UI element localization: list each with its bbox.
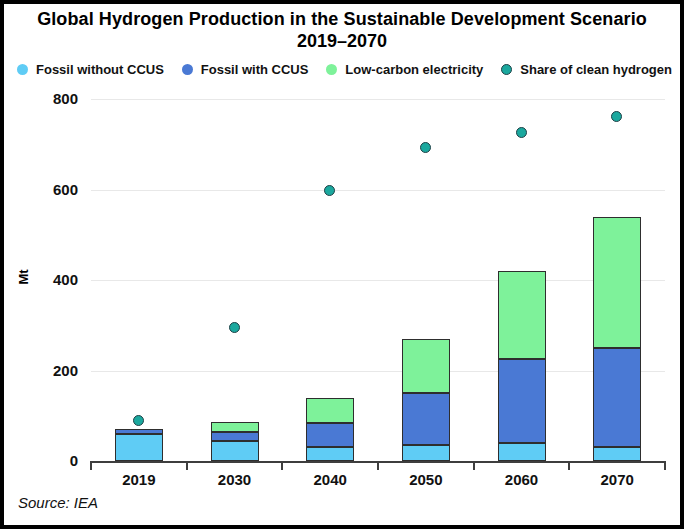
bar-legend-marker-icon [182, 64, 193, 75]
x-axis-tick [281, 461, 283, 470]
legend-label: Fossil without CCUS [36, 62, 164, 77]
x-axis: 201920302040205020602070 [91, 471, 665, 491]
bar-segment [306, 423, 354, 448]
x-axis-tick [473, 461, 475, 470]
legend-item: Fossil with CCUS [182, 62, 309, 77]
legend: Fossil without CCUSFossil with CCUSLow-c… [17, 61, 672, 77]
legend-item: Fossil without CCUS [17, 62, 164, 77]
bar-segment [402, 339, 450, 393]
x-axis-tick [568, 461, 570, 470]
gridline [91, 190, 665, 191]
y-tick-label: 800 [22, 90, 78, 108]
scatter-dot [420, 142, 431, 153]
bar-legend-marker-icon [17, 64, 28, 75]
stacked-bar [498, 271, 546, 461]
legend-item: Share of clean hydrogen [501, 62, 672, 77]
x-tick-label: 2060 [477, 471, 567, 488]
bar-segment [498, 271, 546, 359]
scatter-dot [611, 111, 622, 122]
stacked-bar [306, 398, 354, 461]
y-tick-label: 0 [22, 452, 78, 470]
legend-label: Share of clean hydrogen [520, 62, 672, 77]
bar-segment [593, 217, 641, 348]
chart-title: Global Hydrogen Production in the Sustai… [4, 9, 680, 30]
bar-segment [402, 445, 450, 461]
stacked-bar [211, 422, 259, 461]
plot-area [91, 99, 665, 463]
legend-item: Low-carbon electricity [326, 62, 483, 77]
bar-segment [211, 432, 259, 441]
stacked-bar [115, 429, 163, 461]
scatter-dot [229, 322, 240, 333]
stacked-bar [402, 339, 450, 461]
y-tick-label: 200 [22, 362, 78, 380]
y-axis: 0200400600800 [22, 99, 78, 461]
gridline [91, 99, 665, 100]
x-tick-label: 2030 [190, 471, 280, 488]
bar-legend-marker-icon [326, 64, 337, 75]
x-tick-label: 2070 [572, 471, 662, 488]
bar-segment [306, 447, 354, 461]
y-tick-label: 400 [22, 271, 78, 289]
gridline [91, 371, 665, 372]
chart-card: Global Hydrogen Production in the Sustai… [0, 0, 684, 529]
legend-label: Low-carbon electricity [345, 62, 483, 77]
bar-segment [593, 447, 641, 461]
scatter-legend-marker-icon [501, 64, 512, 75]
chart-subtitle: 2019–2070 [4, 31, 680, 52]
stacked-bar [593, 217, 641, 461]
x-tick-label: 2019 [94, 471, 184, 488]
scatter-dot [324, 185, 335, 196]
scatter-dot [133, 415, 144, 426]
x-tick-label: 2050 [381, 471, 471, 488]
source-note: Source: IEA [18, 494, 98, 511]
x-axis-tick [90, 461, 92, 470]
x-axis-tick [664, 461, 666, 470]
legend-label: Fossil with CCUS [201, 62, 309, 77]
x-tick-label: 2040 [285, 471, 375, 488]
scatter-dot [516, 127, 527, 138]
bar-segment [498, 443, 546, 461]
bar-segment [211, 422, 259, 432]
gridline [91, 280, 665, 281]
bar-segment [498, 359, 546, 443]
bar-segment [306, 398, 354, 423]
x-axis-tick [377, 461, 379, 470]
bar-segment [402, 393, 450, 445]
bar-segment [593, 348, 641, 448]
y-tick-label: 600 [22, 181, 78, 199]
bar-segment [211, 441, 259, 461]
bar-segment [115, 434, 163, 461]
x-axis-tick [186, 461, 188, 470]
